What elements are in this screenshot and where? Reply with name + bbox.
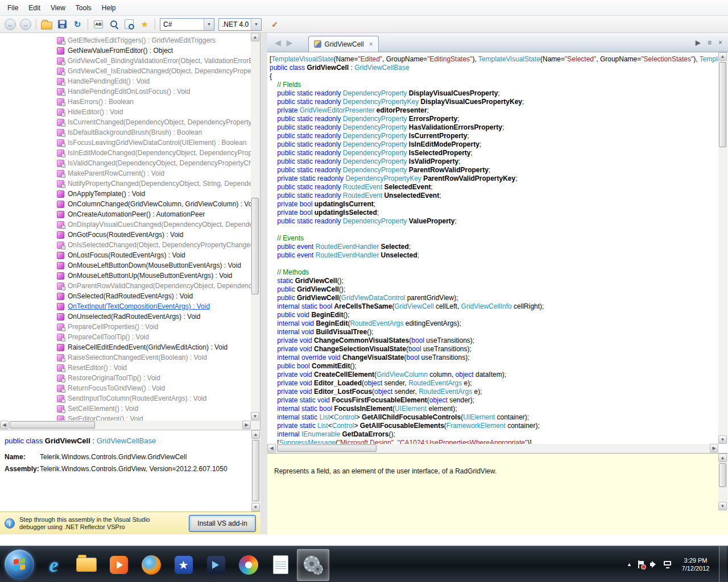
method-tree-item[interactable]: HasErrors() : Boolean	[0, 97, 251, 107]
code-line[interactable]: [SuppressMessage("Microsoft.Design", "CA…	[270, 439, 718, 444]
method-tree-item[interactable]: OnUnselected(RadRoutedEventArgs) : Void	[0, 311, 251, 322]
code-line[interactable]: public static readonly DependencyPropert…	[270, 140, 718, 149]
method-tree-item[interactable]: GridViewCell_IsEnabledChanged(Object, De…	[0, 66, 251, 76]
method-tree-item[interactable]: RaiseCellEditEndedEvent(GridViewEditActi…	[0, 342, 251, 352]
code-horizontal-scrollbar[interactable]: ◀ ▶	[267, 444, 718, 453]
code-line[interactable]: private void Editor_Loaded(object sender…	[270, 379, 718, 388]
code-line[interactable]: internal void BeginEdit(RoutedEventArgs …	[270, 319, 718, 328]
history-back-icon[interactable]: ◀	[275, 38, 281, 47]
app-star-icon[interactable]: ★	[167, 549, 200, 581]
code-line[interactable]: public static readonly DependencyPropert…	[270, 89, 718, 98]
code-line[interactable]: [TemplateVisualState(Name="Edited", Grou…	[270, 55, 718, 64]
method-tree-item[interactable]: NotifyPropertyChanged(DependencyObject, …	[0, 178, 251, 189]
code-line[interactable]: public static readonly DependencyPropert…	[270, 123, 718, 132]
back-button[interactable]: ←	[3, 18, 17, 31]
font-button[interactable]: AB	[92, 18, 105, 31]
method-tree-item[interactable]: IsValidChanged(DependencyObject, Depende…	[0, 158, 251, 168]
method-tree-item[interactable]: OnTextInput(TextCompositionEventArgs) : …	[0, 301, 251, 311]
dotnet-reflector-icon[interactable]	[297, 549, 329, 581]
scroll-down-icon[interactable]: ▼	[718, 502, 727, 510]
description-vertical-scrollbar[interactable]: ▲ ▼	[718, 454, 727, 510]
method-tree-item[interactable]: RestoreOriginalToolTip() : Void	[0, 373, 251, 383]
code-line[interactable]: private bool updatingIsCurrent;	[270, 200, 718, 209]
scroll-up-icon[interactable]: ▲	[251, 33, 259, 41]
tree-vscroll-thumb[interactable]	[251, 198, 259, 294]
method-tree-item[interactable]: GridViewCell_BindingValidationError(Obje…	[0, 56, 251, 66]
pane-close-icon[interactable]: ×	[718, 39, 722, 47]
network-icon[interactable]	[664, 560, 672, 568]
action-center-icon[interactable]	[638, 560, 644, 568]
color-wheel-app-icon[interactable]	[232, 549, 264, 581]
menu-item-help[interactable]: Help	[97, 1, 121, 15]
code-line[interactable]: internal static bool AreCellsTheSame(Gri…	[270, 302, 718, 311]
search-button[interactable]	[107, 18, 121, 31]
description-vscroll-thumb[interactable]	[719, 463, 726, 487]
forward-button[interactable]: →	[19, 18, 32, 31]
panel-splitter[interactable]	[260, 33, 267, 534]
code-line[interactable]: public event RoutedEventHandler Selected…	[270, 243, 718, 251]
method-tree-item[interactable]: SetEditorContent() : Void	[0, 414, 251, 421]
code-line[interactable]: private bool updatingIsSelected;	[270, 209, 718, 217]
volume-icon[interactable]	[650, 560, 658, 568]
code-line[interactable]: // Events	[270, 234, 718, 243]
menu-item-view[interactable]: View	[46, 1, 71, 15]
clock[interactable]: 3:29 PM 7/12/2012	[678, 556, 713, 572]
code-line[interactable]: private static List<Control> GetAllFocus…	[270, 422, 718, 430]
code-line[interactable]: public static readonly DependencyPropert…	[270, 157, 718, 166]
code-line[interactable]: private GridViewEditorPresenter editorPr…	[270, 106, 718, 115]
scroll-left-icon[interactable]: ◀	[0, 421, 9, 429]
windows-explorer-icon[interactable]	[70, 549, 102, 581]
info-vertical-scrollbar[interactable]: ▲ ▼	[251, 430, 260, 512]
check-syntax-button[interactable]: ✓	[268, 18, 282, 31]
language-combo[interactable]: C# ▼	[160, 18, 214, 31]
method-tree-item[interactable]: OnIsSelectedChanged(Object, DependencyPr…	[0, 240, 251, 250]
search-assemblies-button[interactable]	[122, 18, 136, 31]
framework-combo-dropdown-icon[interactable]: ▼	[251, 19, 261, 30]
show-hidden-icons-button[interactable]: ▲	[627, 562, 632, 567]
method-tree-item[interactable]: IsFocusLeavingGridViewDataControl(UIElem…	[0, 138, 251, 148]
method-tree-item[interactable]: RaiseSelectionChangedEvent(Boolean) : Vo…	[0, 352, 251, 363]
tree-hscroll-thumb[interactable]	[10, 421, 95, 429]
scroll-up-icon[interactable]: ▲	[718, 52, 727, 61]
method-tree-item[interactable]: MakeParentRowCurrent() : Void	[0, 168, 251, 178]
code-line[interactable]: private void ChangeSelectionVisualState(…	[270, 345, 718, 354]
code-vertical-scrollbar[interactable]: ▲ ▼	[718, 52, 727, 444]
history-forward-icon[interactable]: ▶	[287, 38, 293, 47]
open-assembly-button[interactable]	[40, 18, 53, 31]
code-line[interactable]: public static readonly DependencyPropert…	[270, 166, 718, 174]
menu-item-edit[interactable]: Edit	[23, 1, 46, 15]
code-line[interactable]	[270, 260, 718, 268]
show-desktop-button[interactable]	[719, 546, 727, 582]
code-line[interactable]: static GridViewCell();	[270, 277, 718, 285]
document-tab[interactable]: GridViewCell ×	[308, 36, 379, 52]
framework-combo[interactable]: .NET 4.0 ▼	[218, 18, 262, 31]
method-tree-item[interactable]: HandlePendingEdit() : Void	[0, 76, 251, 86]
code-line[interactable]: private static void FocusFirstFocusableE…	[270, 396, 718, 405]
method-tree-item[interactable]: OnColumnChanged(GridViewColumn, GridView…	[0, 199, 251, 209]
code-line[interactable]	[270, 226, 718, 234]
tree-horizontal-scrollbar[interactable]: ◀ ▶	[0, 421, 251, 430]
media-player-icon[interactable]	[102, 549, 135, 581]
method-tree-item[interactable]: OnDisplayVisualCuesChanged(DependencyObj…	[0, 219, 251, 230]
scroll-left-icon[interactable]: ◀	[267, 444, 276, 452]
favorites-button[interactable]: ★	[138, 18, 151, 31]
tab-scroll-right-icon[interactable]: ▶	[696, 39, 701, 47]
scroll-right-icon[interactable]: ▶	[710, 444, 718, 452]
install-vs-addin-button[interactable]: Install VS add-in	[189, 515, 256, 532]
code-line[interactable]: internal override void ChangeVisualState…	[270, 354, 718, 362]
code-line[interactable]: public static readonly DependencyPropert…	[270, 115, 718, 123]
code-line[interactable]: internal void BuildVisualTree();	[270, 328, 718, 336]
code-line[interactable]: public GridViewCell(GridViewDataControl …	[270, 294, 718, 302]
method-tree-item[interactable]: OnCreateAutomationPeer() : AutomationPee…	[0, 209, 251, 219]
method-tree-item[interactable]: IsInEditModeChanged(DependencyObject, De…	[0, 148, 251, 158]
tree-vertical-scrollbar[interactable]: ▲ ▼	[251, 33, 260, 421]
code-line[interactable]: public static readonly DependencyPropert…	[270, 132, 718, 140]
method-tree-item[interactable]: GetEffectiveEditTriggers() : GridViewEdi…	[0, 35, 251, 45]
code-line[interactable]: public static readonly DependencyPropert…	[270, 217, 718, 226]
scroll-up-icon[interactable]: ▲	[718, 454, 727, 462]
code-line[interactable]: private void ChangeCommonVisualStates(bo…	[270, 336, 718, 345]
method-tree-item[interactable]: OnGotFocus(RoutedEventArgs) : Void	[0, 230, 251, 240]
tab-close-icon[interactable]: ×	[369, 40, 373, 48]
method-tree-item[interactable]: PrepareCellToolTip() : Void	[0, 332, 251, 342]
method-tree-item[interactable]: SetCellElement() : Void	[0, 404, 251, 414]
